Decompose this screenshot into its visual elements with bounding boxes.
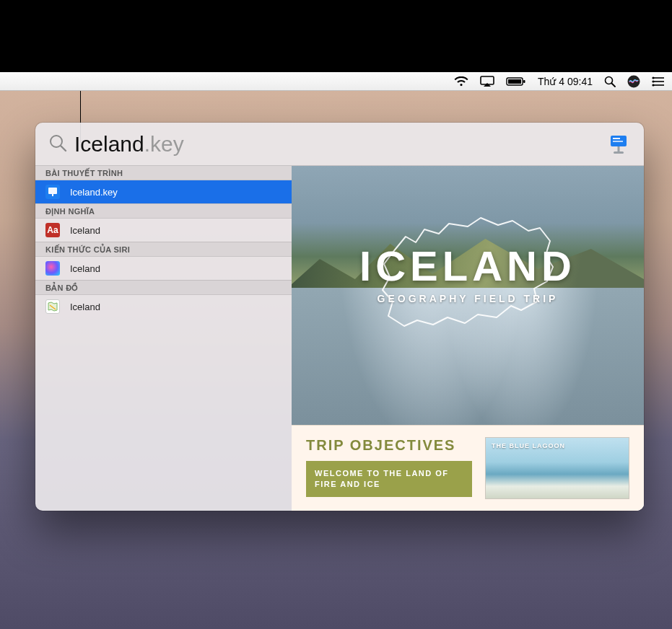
result-siri-iceland[interactable]: Iceland <box>35 257 292 280</box>
notification-center-icon[interactable] <box>652 76 665 87</box>
slide2-banner: WELCOME TO THE LAND OF FIRE AND ICE <box>306 461 472 497</box>
svg-line-14 <box>61 146 66 151</box>
spotlight-window: Iceland.key BÀI THUYẾT TRÌNH Iceland.key… <box>35 123 644 511</box>
results-category-presentations: BÀI THUYẾT TRÌNH <box>35 166 292 180</box>
result-iceland-key[interactable]: Iceland.key <box>35 180 292 203</box>
wifi-icon[interactable] <box>454 76 468 87</box>
spotlight-search-row: Iceland.key <box>35 123 644 166</box>
result-label: Iceland <box>70 302 100 312</box>
slide1-subtitle: GEOGRAPHY FIELD TRIP <box>292 293 644 304</box>
svg-rect-17 <box>613 141 623 142</box>
spotlight-preview-pane: ICELAND GEOGRAPHY FIELD TRIP TRIP OBJECT… <box>292 166 644 511</box>
svg-point-12 <box>652 84 654 86</box>
preview-slide-2: TRIP OBJECTIVES WELCOME TO THE LAND OF F… <box>292 425 644 511</box>
slide1-title: ICELAND <box>292 242 644 290</box>
menubar-datetime[interactable]: Thứ 4 09:41 <box>538 76 593 87</box>
svg-rect-19 <box>614 151 624 154</box>
spotlight-search-input[interactable]: Iceland.key <box>74 132 606 157</box>
maps-icon <box>45 299 60 314</box>
menubar: Thứ 4 09:41 <box>0 72 672 91</box>
result-label: Iceland <box>70 225 100 236</box>
search-query-ext: .key <box>144 132 184 156</box>
svg-point-10 <box>652 76 654 79</box>
svg-point-13 <box>51 136 62 147</box>
airplay-icon[interactable] <box>480 76 494 87</box>
svg-rect-18 <box>618 146 620 151</box>
svg-rect-3 <box>523 80 525 83</box>
svg-point-11 <box>652 80 654 82</box>
svg-rect-20 <box>48 188 57 194</box>
battery-icon[interactable] <box>506 76 526 87</box>
search-query-base: Iceland <box>74 132 144 156</box>
result-label: Iceland.key <box>70 187 118 198</box>
svg-rect-21 <box>52 194 53 196</box>
svg-rect-2 <box>508 79 521 84</box>
result-definition-iceland[interactable]: Aa Iceland <box>35 219 292 242</box>
spotlight-results-sidebar: BÀI THUYẾT TRÌNH Iceland.key ĐỊNH NGHĨA … <box>35 166 292 511</box>
slide2-thumb-caption: THE BLUE LAGOON <box>492 442 565 450</box>
siri-knowledge-icon <box>45 261 60 276</box>
spotlight-menu-icon[interactable] <box>604 76 616 87</box>
keynote-app-icon <box>606 132 631 157</box>
dictionary-icon: Aa <box>45 223 60 237</box>
svg-rect-16 <box>613 138 620 139</box>
slide2-heading: TRIP OBJECTIVES <box>306 437 472 454</box>
preview-slide-1: ICELAND GEOGRAPHY FIELD TRIP <box>292 166 644 425</box>
document-topband <box>0 0 672 72</box>
result-maps-iceland[interactable]: Iceland <box>35 295 292 318</box>
slide2-thumbnail: THE BLUE LAGOON <box>485 437 629 499</box>
search-icon <box>48 133 67 155</box>
result-label: Iceland <box>70 263 100 274</box>
svg-line-5 <box>612 83 616 87</box>
keynote-file-icon <box>45 185 60 199</box>
results-category-maps: BẢN ĐỒ <box>35 280 292 295</box>
results-category-definition: ĐỊNH NGHĨA <box>35 203 292 219</box>
results-category-siri: KIẾN THỨC CỦA SIRI <box>35 242 292 257</box>
siri-menu-icon[interactable] <box>627 75 640 88</box>
